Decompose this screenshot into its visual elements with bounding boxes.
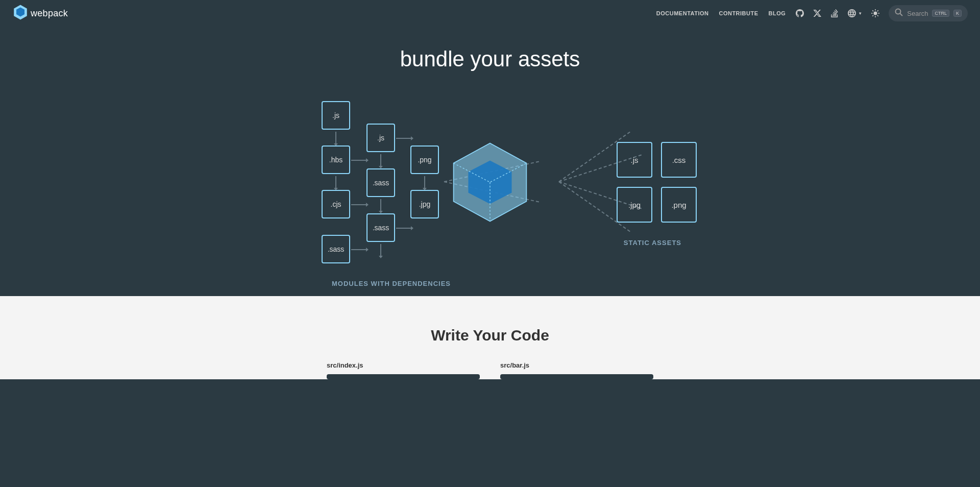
dependency-arrow — [335, 132, 336, 144]
module-box-sass: .sass — [366, 213, 395, 242]
theme-toggle-icon[interactable] — [871, 9, 879, 17]
output-box-css: .css — [661, 142, 697, 178]
svg-line-7 — [873, 10, 874, 11]
code-grid: src/index.js src/bar.js — [174, 361, 806, 379]
dependency-arrow — [351, 249, 366, 250]
nav-documentation[interactable]: DOCUMENTATION — [656, 10, 709, 16]
diagram-label-static: STATIC ASSETS — [624, 239, 681, 247]
hero: bundle your assets — [0, 27, 980, 77]
output-box-png: .png — [661, 187, 697, 223]
svg-line-12 — [900, 14, 903, 16]
dependency-arrow — [396, 138, 411, 139]
kbd-ctrl: CTRL — [932, 10, 949, 17]
dependency-arrow — [396, 228, 411, 229]
search-placeholder: Search — [907, 10, 928, 17]
svg-point-11 — [896, 9, 901, 14]
code-box — [327, 374, 480, 379]
logo-text: webpack — [31, 8, 68, 19]
nav-contribute[interactable]: CONTRIBUTE — [719, 10, 758, 16]
svg-line-9 — [873, 15, 874, 16]
module-box-js: .js — [366, 124, 395, 152]
svg-point-2 — [874, 12, 877, 15]
module-box-hbs: .hbs — [322, 145, 350, 174]
dependency-arrow — [351, 204, 366, 205]
dependency-arrow — [380, 154, 381, 166]
stackoverflow-icon[interactable] — [830, 9, 839, 17]
output-box-jpg: .jpg — [617, 187, 652, 223]
language-icon — [848, 9, 856, 17]
code-block-bar: src/bar.js — [500, 361, 653, 379]
logo-link[interactable]: webpack — [12, 4, 68, 22]
code-block-index: src/index.js — [327, 361, 480, 379]
code-box — [500, 374, 653, 379]
hero-word-1: bundle — [400, 47, 464, 71]
site-header: webpack DOCUMENTATION CONTRIBUTE BLOG ▼ — [0, 0, 980, 27]
dependency-arrow — [424, 176, 425, 188]
hero-word-3: assets — [518, 47, 580, 71]
write-title: Write Your Code — [0, 327, 980, 344]
dependency-arrow — [335, 176, 336, 188]
chevron-down-icon: ▼ — [858, 11, 862, 16]
hero-title: bundle your assets — [0, 47, 980, 71]
search-button[interactable]: Search CTRL K — [889, 5, 968, 21]
nav-blog[interactable]: BLOG — [769, 10, 786, 16]
dependency-arrow — [351, 160, 366, 161]
svg-line-10 — [877, 10, 878, 11]
module-box-sass: .sass — [322, 235, 350, 263]
code-filename: src/index.js — [327, 361, 480, 369]
hero-word-2: your — [471, 47, 512, 71]
bundle-diagram: .js .js .png .hbs .sass .cjs .jpg .sass … — [174, 77, 806, 296]
diagram-label-modules: MODULES WITH DEPENDENCIES — [332, 280, 451, 287]
main-nav: DOCUMENTATION CONTRIBUTE BLOG — [656, 10, 786, 16]
write-your-code-section: Write Your Code src/index.js src/bar.js — [0, 296, 980, 379]
github-icon[interactable] — [796, 9, 804, 17]
dependency-arrow — [380, 244, 381, 256]
language-selector[interactable]: ▼ — [848, 9, 862, 17]
module-box-sass: .sass — [366, 168, 395, 197]
search-icon — [895, 8, 903, 18]
header-left: webpack — [12, 4, 68, 22]
logo-cube-icon — [12, 4, 29, 22]
header-icons: ▼ Search CTRL K — [796, 5, 968, 21]
module-box-jpg: .jpg — [410, 190, 439, 218]
header-right: DOCUMENTATION CONTRIBUTE BLOG ▼ — [656, 5, 968, 21]
module-box-cjs: .cjs — [322, 190, 350, 218]
dependency-arrow — [380, 199, 381, 211]
webpack-cube-icon — [447, 139, 533, 226]
module-box-png: .png — [410, 145, 439, 174]
output-box-js: .js — [617, 142, 652, 178]
x-twitter-icon[interactable] — [813, 9, 821, 17]
module-box-js: .js — [322, 101, 350, 130]
svg-line-8 — [877, 15, 878, 16]
code-filename: src/bar.js — [500, 361, 653, 369]
kbd-k: K — [953, 10, 962, 17]
